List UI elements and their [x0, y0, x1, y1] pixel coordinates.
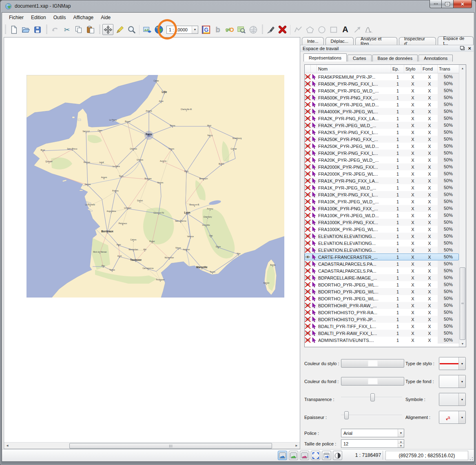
selectable-icon[interactable] — [311, 143, 317, 149]
draw-tool-button[interactable] — [114, 24, 125, 35]
table-row[interactable]: BDORTHOHISTO_PYR-JP... 1 X X 50% — [305, 316, 459, 323]
selectable-icon[interactable] — [311, 317, 317, 322]
table-row[interactable]: CADASTRALPARCELS.PA... 1 X X 50% — [305, 267, 459, 274]
selectable-icon[interactable] — [311, 261, 317, 267]
tab-representations[interactable]: Représentations — [303, 53, 347, 62]
table-row[interactable]: BDORTHO_PYR-JPEG_WL... 1 X X 50% — [305, 295, 459, 302]
table-row[interactable]: FRA100K_PYR-JPEG_WLD... 1 X X 50% — [305, 212, 459, 219]
column-fond[interactable]: Fond — [421, 65, 438, 73]
table-row[interactable]: BDORTHO_PYR-JPEG_WL... 1 X X 50% — [305, 288, 459, 295]
curve-tool-button[interactable] — [363, 24, 374, 35]
table-row[interactable]: FRA500K_PYR-JPEG_WLD... 1 X X 50% — [305, 101, 459, 108]
table-row[interactable]: FRA10K_PYR-JPEG_WLD_... 1 X X 50% — [305, 198, 459, 205]
fill-type-select[interactable]: ▼ — [439, 375, 466, 388]
selectable-icon[interactable] — [311, 296, 317, 302]
wikipedia-search-button[interactable] — [248, 24, 259, 35]
selectable-icon[interactable] — [311, 178, 317, 184]
thickness-slider[interactable] — [341, 411, 402, 419]
blue-layer-button[interactable] — [278, 451, 287, 460]
title-bar[interactable]: document1.xap - IGNMap × — [0, 0, 476, 12]
pan-tool-button[interactable] — [102, 24, 113, 35]
map-image[interactable]: CalaisLilleArrasAmiensCharleville-M.Roue… — [27, 75, 284, 298]
vertical-scrollbar[interactable]: ▲ ▼ — [459, 65, 466, 347]
scale-select[interactable]: 1 : 10000 ▼ — [166, 26, 198, 34]
selectable-icon[interactable] — [311, 303, 317, 309]
visibility-icon[interactable] — [305, 130, 311, 135]
table-row[interactable]: CARTE-FRANCERASTER_... 1 X X 50% — [305, 253, 459, 260]
visibility-icon[interactable] — [305, 289, 311, 294]
visibility-icon[interactable] — [305, 254, 311, 260]
table-row[interactable]: BDORTHOHR_PYR-RAW_... 1 X X 50% — [305, 302, 459, 309]
table-row[interactable]: FRA1K_PYR-PNG_FXX_LA... 1 X X 50% — [305, 177, 459, 184]
internet-globe-button[interactable] — [153, 24, 164, 35]
table-row[interactable]: FRA50K_PYR-JPEG_WLD_... 1 X X 50% — [305, 87, 459, 94]
horizontal-scroll-thumb[interactable] — [69, 443, 272, 449]
visibility-icon[interactable] — [305, 296, 311, 301]
selectable-icon[interactable] — [311, 199, 317, 205]
selectable-icon[interactable] — [311, 150, 317, 156]
column-nom[interactable]: Nom — [317, 65, 391, 73]
table-row[interactable]: FRA5KPREMIUM_PYR-JP... 1 X X 50% — [305, 73, 459, 80]
selectable-icon[interactable] — [311, 164, 317, 170]
selectable-icon[interactable] — [311, 331, 317, 336]
selectable-icon[interactable] — [311, 254, 317, 260]
thickness-slider-thumb[interactable] — [344, 411, 349, 419]
visibility-icon[interactable] — [305, 192, 311, 197]
visibility-icon[interactable] — [305, 275, 311, 280]
visibility-icon[interactable] — [305, 206, 311, 211]
selectable-icon[interactable] — [311, 192, 317, 198]
tab-annotations[interactable]: Annotations — [418, 55, 453, 62]
table-row[interactable]: FRA2K_PYR-PNG_FXX_LA... 1 X X 50% — [305, 115, 459, 122]
pen-type-select[interactable]: ▼ — [439, 357, 466, 370]
geoportail-search-button[interactable]: géO — [224, 24, 235, 35]
table-row[interactable]: FRA4000K_PYR-JPEG_WL... 1 X X 50% — [305, 108, 459, 115]
table-row[interactable]: FRA10K_PYR-PNG_FXX_L... 1 X X 50% — [305, 191, 459, 198]
tab-inspecteur[interactable]: Inspecteur d'... — [399, 37, 436, 45]
table-row[interactable]: FRA20K_PYR-JPEG_WLD_... 1 X X 50% — [305, 156, 459, 163]
map-search-button[interactable] — [236, 24, 247, 35]
zoom-tool-button[interactable] — [126, 24, 137, 35]
font-select[interactable]: Arial ▼ — [341, 429, 404, 437]
visibility-icon[interactable] — [305, 164, 311, 170]
table-row[interactable]: FRA2K_PYR-JPEG_WLD_... 1 X X 50% — [305, 122, 459, 129]
paste-button[interactable] — [85, 24, 96, 35]
table-row[interactable]: BDPARCELLAIRE-IMAGE_... 1 X X 50% — [305, 274, 459, 281]
selectable-icon[interactable] — [311, 234, 317, 239]
copy-button[interactable] — [73, 24, 84, 35]
alignment-select[interactable]: a ▼ — [439, 411, 466, 424]
visibility-icon[interactable] — [305, 331, 311, 336]
pink-layer-button[interactable] — [300, 451, 309, 460]
scroll-left-icon[interactable]: ◄ — [4, 443, 11, 449]
selectable-icon[interactable] — [311, 95, 317, 101]
selectable-icon[interactable] — [311, 137, 317, 142]
map-canvas[interactable]: CalaisLilleArrasAmiensCharleville-M.Roue… — [4, 37, 300, 449]
text-tool-button[interactable]: A — [340, 24, 351, 35]
visibility-icon[interactable] — [305, 157, 311, 163]
green-layer-button[interactable] — [289, 451, 298, 460]
ellipse-tool-button[interactable] — [316, 24, 327, 35]
vertical-scroll-thumb[interactable] — [460, 267, 465, 340]
visibility-icon[interactable] — [305, 95, 311, 100]
selection-frame-button[interactable] — [311, 451, 320, 460]
selectable-icon[interactable] — [311, 220, 317, 225]
visibility-icon[interactable] — [305, 116, 311, 121]
table-row[interactable]: FRA250K_PYR-PNG_FXX_... 1 X X 50% — [305, 136, 459, 143]
table-row[interactable]: BDALTI_PYR-TIFF_FXX_L... 1 X X 50% — [305, 323, 459, 330]
sign-tool-button[interactable] — [265, 24, 276, 35]
table-row[interactable]: FRA500K_PYR-PNG_FXX_... 1 X X 50% — [305, 94, 459, 101]
visibility-icon[interactable] — [305, 102, 311, 107]
selectable-icon[interactable] — [311, 130, 317, 135]
selectable-icon[interactable] — [311, 116, 317, 121]
menu-fichier[interactable]: Fichier — [5, 13, 27, 22]
pen-color-button[interactable] — [341, 359, 404, 368]
visibility-icon[interactable] — [305, 81, 311, 86]
delete-tool-button[interactable] — [277, 24, 288, 35]
cut-button[interactable]: ✂ — [61, 24, 72, 35]
spin-up-icon[interactable]: ▲ — [398, 440, 404, 444]
table-row[interactable]: FRA50K_PYR-PNG_FXX_L... 1 X X 50% — [305, 80, 459, 87]
selectable-icon[interactable] — [311, 157, 317, 163]
table-row[interactable]: ELEVATION.ELEVATIONG... 1 X X 50% — [305, 240, 459, 247]
tab-base-de-donnees[interactable]: Base de données — [372, 55, 418, 62]
visibility-icon[interactable] — [305, 303, 311, 308]
selectable-icon[interactable] — [311, 74, 317, 80]
